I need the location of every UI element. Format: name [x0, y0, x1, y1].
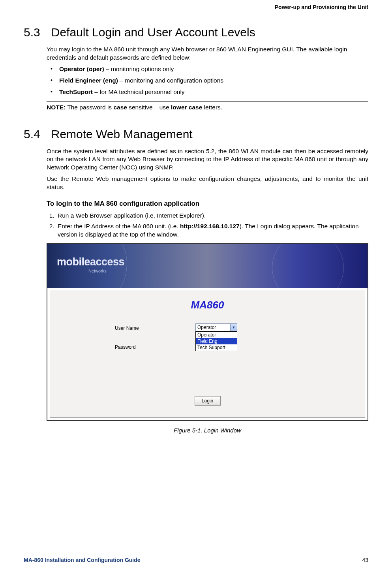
- section-title: Default Login and User Account Levels: [51, 26, 255, 39]
- username-dropdown[interactable]: Operator Field Eng Tech Support: [195, 331, 237, 351]
- brand-text-2: access: [90, 256, 124, 268]
- password-label: Password: [115, 344, 174, 350]
- list-item: Field Engineer (eng) – monitoring and co…: [49, 77, 368, 85]
- step-1: Run a Web Browser application (i.e. Inte…: [56, 212, 368, 220]
- login-procedure-heading: To login to the MA 860 configuration app…: [47, 199, 368, 209]
- section-5-4-heading: 5.4Remote Web Management: [24, 128, 368, 141]
- password-row: Password: [115, 344, 174, 350]
- select-current-value: Operator: [197, 324, 216, 331]
- login-panel: MA860 User Name Password Operator ▼: [50, 291, 365, 418]
- account-desc: – monitoring options only: [104, 66, 174, 72]
- account-name: Field Engineer (eng): [59, 77, 118, 84]
- login-steps: Run a Web Browser application (i.e. Inte…: [47, 212, 368, 239]
- username-select[interactable]: Operator ▼ Operator Field Eng Tech Suppo…: [195, 323, 237, 351]
- brand-subtext: Networks: [88, 268, 124, 274]
- note-bold-word: lower case: [171, 104, 202, 111]
- note-text: sensitive – use: [127, 104, 171, 111]
- account-level-list: Operator (oper) – monitoring options onl…: [47, 65, 368, 96]
- banner-image: mobileaccess Networks: [47, 244, 368, 288]
- account-name: TechSuport: [59, 88, 93, 95]
- figure-caption: Figure 5-1. Login Window: [47, 427, 368, 434]
- chevron-down-icon[interactable]: ▼: [230, 324, 237, 331]
- login-window-figure: mobileaccess Networks MA860 User Name Pa…: [47, 243, 368, 434]
- username-label: User Name: [115, 325, 174, 331]
- section-5-4-p1: Once the system level attributes are def…: [47, 147, 368, 172]
- step-2-url: http://192.168.10.127: [180, 223, 240, 229]
- note-text: letters.: [202, 104, 222, 111]
- account-desc: – for MA technical personnel only: [93, 88, 185, 95]
- note-bold-word: case: [113, 104, 127, 111]
- section-number: 5.4: [24, 128, 40, 141]
- account-desc: – monitoring and configuration options: [118, 77, 223, 84]
- note-box: NOTE: The password is case sensitive – u…: [47, 101, 368, 114]
- list-item: Operator (oper) – monitoring options onl…: [49, 65, 368, 73]
- step-2-text-a: Enter the IP Address of the MA 860 unit.…: [58, 223, 180, 229]
- section-number: 5.3: [24, 26, 40, 39]
- app-title: MA860: [50, 298, 365, 312]
- note-text: The password is: [66, 104, 113, 111]
- note-label: NOTE:: [47, 104, 66, 111]
- username-row: User Name: [115, 325, 174, 331]
- login-button[interactable]: Login: [195, 396, 221, 406]
- step-2: Enter the IP Address of the MA 860 unit.…: [56, 222, 368, 239]
- section-5-3-heading: 5.3Default Login and User Account Levels: [24, 26, 368, 39]
- list-item: TechSuport – for MA technical personnel …: [49, 88, 368, 96]
- brand-text-1: mobile: [57, 256, 90, 268]
- dropdown-option[interactable]: Tech Support: [196, 344, 237, 351]
- running-header: Power-up and Provisioning the Unit: [24, 4, 368, 12]
- footer-page-number: 43: [362, 557, 368, 563]
- running-header-text: Power-up and Provisioning the Unit: [275, 4, 368, 10]
- section-5-4-p2: Use the Remote Web management options to…: [47, 175, 368, 192]
- account-name: Operator (oper): [59, 66, 104, 72]
- section-title: Remote Web Management: [51, 128, 193, 141]
- section-5-3-intro: You may login to the MA 860 unit through…: [47, 45, 368, 62]
- footer-guide-title: MA-860 Installation and Configuration Gu…: [24, 557, 141, 563]
- dropdown-option-selected[interactable]: Field Eng: [196, 338, 237, 344]
- dropdown-option[interactable]: Operator: [196, 332, 237, 338]
- brand-logo: mobileaccess Networks: [57, 255, 124, 274]
